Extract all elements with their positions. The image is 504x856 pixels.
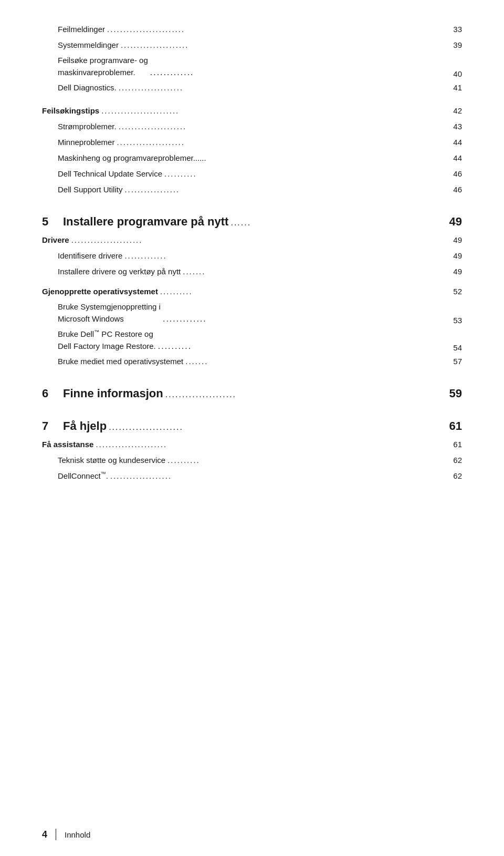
section6-dots: ..................... <box>165 390 447 399</box>
entry-dellconnect: DellConnect™. ................... 62 <box>42 470 462 482</box>
entry-bruke-dell-pc-textblock: Bruke Dell™ PC Restore og Dell Factory I… <box>58 328 156 352</box>
entry-bruke-systemgjenoppretting-line2: Microsoft Windows <box>58 313 161 325</box>
section5-number: 5 <box>42 215 55 229</box>
entry-minneproblemer-text: Minneproblemer <box>58 136 114 149</box>
footer-page-number: 4 <box>42 829 47 840</box>
entry-bruke-dell-pc: Bruke Dell™ PC Restore og Dell Factory I… <box>42 328 462 352</box>
entry-feilsoke-page: 40 <box>453 69 462 78</box>
entry-installere-drivere-text: Installere drivere og verktøy på nytt <box>58 265 181 278</box>
section5-title-line: Installere programvare på nytt ...... 49 <box>63 215 462 229</box>
section7-header: 7 Få hjelp ...................... 61 <box>42 419 462 433</box>
entry-stromproblemer-text: Strømproblemer. <box>58 120 117 133</box>
section7-number: 7 <box>42 419 55 433</box>
entry-installere-drivere-dots: ....... <box>183 265 451 278</box>
section7-entries: Få assistanse ...................... 61 … <box>42 438 462 482</box>
entry-bruke-mediet-dots: ....... <box>185 355 451 368</box>
section6-title-line: Finne informasjon ..................... … <box>63 387 462 400</box>
entry-feilsoke-dots: ............. <box>150 68 452 78</box>
entry-installere-drivere: Installere drivere og verktøy på nytt ..… <box>42 265 462 278</box>
entry-feilsoke-line2: maskinvareproblemer. <box>58 67 148 79</box>
entry-fa-assistanse-text: Få assistanse <box>42 438 93 451</box>
entry-gjenopprette: Gjenopprette operativsystemet ..........… <box>42 285 462 298</box>
entry-dell-support-dots: ................. <box>124 183 451 196</box>
entry-fa-assistanse-page: 61 <box>453 438 462 451</box>
entry-feilmeldinger: Feilmeldinger ........................ 3… <box>42 23 462 36</box>
entry-drivere: Drivere ...................... 49 <box>42 234 462 246</box>
section6-page: 59 <box>449 387 462 400</box>
entry-bruke-dell-pc-page: 54 <box>453 343 462 352</box>
entry-feilsokingstips-page: 42 <box>453 105 462 117</box>
entry-fa-assistanse-dots: ...................... <box>96 438 451 451</box>
section6-number: 6 <box>42 387 55 400</box>
section5-entries: Drivere ...................... 49 Identi… <box>42 234 462 368</box>
entry-bruke-systemgjenoppretting-line1: Bruke Systemgjenoppretting i <box>58 301 161 313</box>
entry-feilsoke-line1: Feilsøke programvare- og <box>58 55 148 67</box>
section6-header: 6 Finne informasjon ....................… <box>42 387 462 400</box>
entry-stromproblemer-page: 43 <box>453 120 462 133</box>
entry-bruke-systemgjenoppretting: Bruke Systemgjenoppretting i Microsoft W… <box>42 301 462 325</box>
entry-maskinheng-text: Maskinheng og programvareproblemer...... <box>58 152 206 164</box>
entry-identifisere-dots: ............. <box>124 250 451 262</box>
entry-maskinheng: Maskinheng og programvareproblemer......… <box>42 152 462 164</box>
entry-bruke-mediet-page: 57 <box>453 355 462 368</box>
entry-bruke-dell-pc-line1: Bruke Dell™ PC Restore og <box>58 328 156 341</box>
entry-teknisk-stotte-text: Teknisk støtte og kundeservice <box>58 454 165 467</box>
entry-bruke-systemgjenoppretting-page: 53 <box>453 316 462 325</box>
entry-dell-diagnostics-page: 41 <box>453 81 462 94</box>
entry-drivere-page: 49 <box>453 234 462 246</box>
entry-feilsokingstips-text: Feilsøkingstips <box>42 105 99 117</box>
entry-gjenopprette-page: 52 <box>453 285 462 298</box>
entry-dell-diagnostics-dots: .................... <box>119 81 452 94</box>
entry-feilsokingstips-dots: ........................ <box>101 105 451 117</box>
entry-dell-diagnostics-text: Dell Diagnostics. <box>58 81 117 94</box>
entry-identifisere-text: Identifisere drivere <box>58 250 122 262</box>
entry-teknisk-stotte-page: 62 <box>453 454 462 467</box>
entry-dellconnect-text: DellConnect™. <box>58 470 108 482</box>
entry-feilsoke: Feilsøke programvare- og maskinvareprobl… <box>42 55 462 78</box>
section7-title: Få hjelp <box>63 419 107 433</box>
trademark-tm1: ™ <box>94 329 99 335</box>
entry-minneproblemer-dots: ..................... <box>117 136 451 149</box>
entry-feilmeldinger-page: 33 <box>453 23 462 36</box>
section7-page: 61 <box>449 419 462 433</box>
footer: 4 Innhold <box>0 829 504 840</box>
feilsokingstips-group: Feilsøkingstips ........................… <box>42 105 462 196</box>
entry-drivere-dots: ...................... <box>71 234 452 246</box>
section5-dots: ...... <box>230 218 447 228</box>
section6-title: Finne informasjon <box>63 387 163 400</box>
footer-label: Innhold <box>65 830 90 839</box>
entry-maskinheng-page: 44 <box>453 152 462 164</box>
section5-title: Installere programvare på nytt <box>63 215 228 229</box>
entry-systemmeldinger-page: 39 <box>453 39 462 51</box>
entry-systemmeldinger: Systemmeldinger ..................... 39 <box>42 39 462 51</box>
entry-feilsoke-textblock: Feilsøke programvare- og maskinvareprobl… <box>58 55 148 78</box>
entry-feilsokingstips: Feilsøkingstips ........................… <box>42 105 462 117</box>
entry-bruke-dell-pc-line2: Dell Factory Image Restore. <box>58 341 156 353</box>
section5-header: 5 Installere programvare på nytt ...... … <box>42 215 462 229</box>
entry-systemmeldinger-text: Systemmeldinger <box>58 39 119 51</box>
entry-bruke-mediet-text: Bruke mediet med operativsystemet <box>58 355 183 368</box>
entry-dell-support: Dell Support Utility ................. 4… <box>42 183 462 196</box>
entry-bruke-systemgjenoppretting-dots: ............. <box>163 314 451 325</box>
entry-feilmeldinger-text: Feilmeldinger <box>58 23 105 36</box>
entry-dell-diagnostics: Dell Diagnostics. .................... 4… <box>42 81 462 94</box>
entry-dell-technical-page: 46 <box>453 168 462 180</box>
entry-dellconnect-page: 62 <box>453 470 462 482</box>
page-content: Feilmeldinger ........................ 3… <box>0 0 504 528</box>
trademark-tm2: ™ <box>101 471 106 477</box>
entry-teknisk-stotte-dots: .......... <box>167 454 451 467</box>
entry-bruke-dell-pc-dots: .......... <box>158 342 452 352</box>
entry-dell-technical-text: Dell Technical Update Service <box>58 168 162 180</box>
entry-dell-support-text: Dell Support Utility <box>58 183 122 196</box>
entry-minneproblemer: Minneproblemer ..................... 44 <box>42 136 462 149</box>
entry-dell-technical-dots: .......... <box>164 168 451 180</box>
footer-separator <box>56 829 56 840</box>
top-entries: Feilmeldinger ........................ 3… <box>42 23 462 94</box>
entry-drivere-text: Drivere <box>42 234 69 246</box>
section5-page: 49 <box>449 215 462 229</box>
entry-dell-support-page: 46 <box>453 183 462 196</box>
entry-gjenopprette-text: Gjenopprette operativsystemet <box>42 285 158 298</box>
entry-systemmeldinger-dots: ..................... <box>121 39 451 51</box>
entry-minneproblemer-page: 44 <box>453 136 462 149</box>
entry-teknisk-stotte: Teknisk støtte og kundeservice .........… <box>42 454 462 467</box>
